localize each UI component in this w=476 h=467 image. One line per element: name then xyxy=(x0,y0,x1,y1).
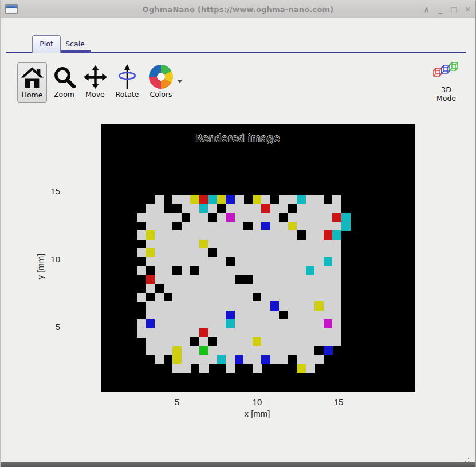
home-label: Home xyxy=(22,91,43,99)
x-tick-5: 5 xyxy=(175,397,179,407)
color-wheel-icon xyxy=(149,64,173,89)
move-button[interactable]: Move xyxy=(80,62,110,103)
window-icon xyxy=(5,4,18,14)
colors-menu-arrow-icon[interactable] xyxy=(177,80,183,83)
y-tick-15: 15 xyxy=(35,186,60,196)
rotate-label: Rotate xyxy=(116,90,139,99)
magnifier-icon xyxy=(53,64,76,89)
plot-canvas[interactable]: Rendered image xyxy=(101,124,415,392)
app-window: OghmaNano (https://www.oghma-nano.com) ∧… xyxy=(0,0,476,467)
titlebar[interactable]: OghmaNano (https://www.oghma-nano.com) ∧… xyxy=(1,1,475,18)
3d-mode-button[interactable]: 3D Mode xyxy=(429,61,463,106)
zoom-label: Zoom xyxy=(54,90,74,99)
minimize-icon: _ xyxy=(438,5,442,14)
tab-bar: Plot Scale xyxy=(1,34,475,53)
close-icon: ✕ xyxy=(465,5,471,14)
x-axis-label: x [mm] xyxy=(245,409,270,418)
tab-plot[interactable]: Plot xyxy=(32,35,61,53)
window-bottom-border xyxy=(1,462,475,467)
tab-scale[interactable]: Scale xyxy=(60,37,91,51)
x-tick-15: 15 xyxy=(334,397,344,407)
shade-button[interactable]: ∧ xyxy=(422,3,431,15)
3d-mode-label-line2: Mode xyxy=(436,94,456,103)
plot-title: Rendered image xyxy=(101,132,375,144)
window-controls: ∧ _ □ ✕ xyxy=(422,1,472,18)
home-button[interactable]: Home xyxy=(17,62,47,103)
resize-grip[interactable] xyxy=(468,458,469,459)
rotate-axis-icon xyxy=(118,64,136,89)
move-label: Move xyxy=(85,90,105,99)
3d-mode-label-line1: 3D xyxy=(436,85,456,94)
rendered-image-grid xyxy=(137,195,360,373)
move-arrows-icon xyxy=(84,64,107,89)
y-axis-label: y [mm] xyxy=(36,254,45,280)
minimize-button[interactable]: _ xyxy=(436,3,444,15)
cubes-3d-icon xyxy=(433,61,459,80)
y-tick-5: 5 xyxy=(35,322,60,332)
maximize-icon: □ xyxy=(450,5,457,14)
home-icon xyxy=(21,65,44,90)
maximize-button[interactable]: □ xyxy=(450,3,458,15)
colors-label: Colors xyxy=(150,90,172,99)
window-title: OghmaNano (https://www.oghma-nano.com) xyxy=(1,5,475,14)
x-tick-10: 10 xyxy=(253,397,262,407)
rotate-button[interactable]: Rotate xyxy=(112,62,142,103)
close-button[interactable]: ✕ xyxy=(463,3,472,15)
zoom-button[interactable]: Zoom xyxy=(49,62,79,103)
colors-button[interactable]: Colors xyxy=(145,62,177,103)
shade-icon: ∧ xyxy=(423,5,430,14)
